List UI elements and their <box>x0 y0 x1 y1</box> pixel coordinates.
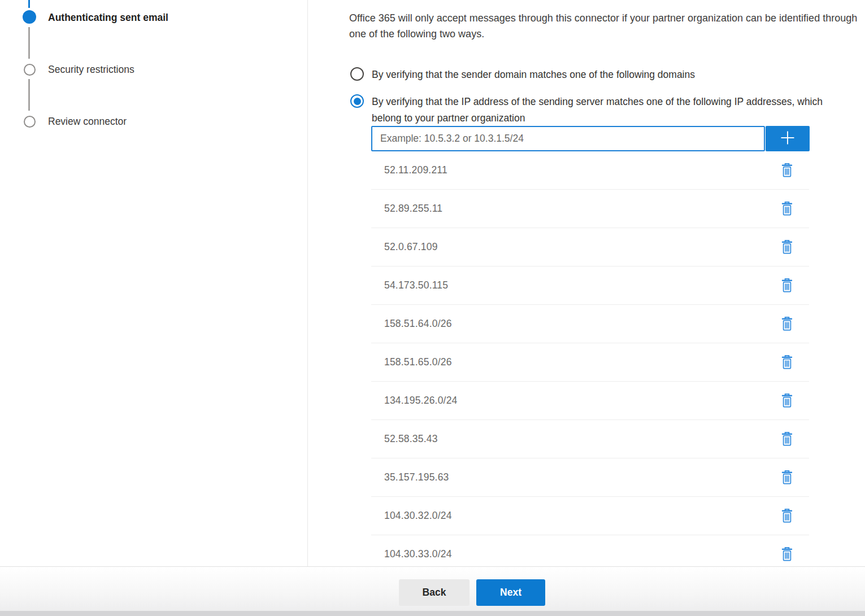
ip-list-item: 54.173.50.115 <box>371 267 809 305</box>
delete-ip-button[interactable] <box>780 469 794 486</box>
ip-address-text: 52.89.255.11 <box>384 203 442 215</box>
trash-icon <box>781 363 793 372</box>
ip-list-item: 134.195.26.0/24 <box>371 382 809 420</box>
trash-icon <box>781 325 793 333</box>
radio-selected-icon[interactable] <box>350 94 364 108</box>
step-current-dot-icon <box>23 10 36 24</box>
ip-address-text: 54.173.50.115 <box>384 279 448 291</box>
trash-icon <box>781 555 793 563</box>
ip-list-item: 104.30.32.0/24 <box>371 497 809 535</box>
add-ip-button[interactable] <box>766 126 810 151</box>
radio-unselected-icon[interactable] <box>350 67 364 81</box>
delete-ip-button[interactable] <box>780 392 794 409</box>
trash-icon <box>781 401 793 410</box>
ip-list-item: 35.157.195.63 <box>371 458 809 497</box>
ip-list-item: 104.30.33.0/24 <box>371 535 809 566</box>
delete-ip-button[interactable] <box>780 353 794 371</box>
intro-text: Office 365 will only accept messages thr… <box>349 10 865 42</box>
trash-icon <box>781 171 793 180</box>
trash-icon <box>781 517 793 525</box>
delete-ip-button[interactable] <box>780 161 794 179</box>
ip-address-text: 158.51.64.0/26 <box>384 318 452 330</box>
ip-address-text: 35.157.195.63 <box>384 471 449 483</box>
ip-address-text: 52.11.209.211 <box>384 164 447 176</box>
ip-list-item: 52.58.35.43 <box>371 420 809 458</box>
ip-list-item: 52.0.67.109 <box>371 228 809 267</box>
step-upcoming-dot-icon <box>24 116 36 128</box>
stepper-connector-completed <box>28 0 30 8</box>
step-upcoming-dot-icon <box>24 64 36 76</box>
radio-option-sender-domain[interactable]: By verifying that the sender domain matc… <box>350 67 695 83</box>
delete-ip-button[interactable] <box>780 507 794 525</box>
ip-entry-row <box>371 126 810 151</box>
delete-ip-button[interactable] <box>780 238 794 256</box>
trash-icon <box>781 440 793 448</box>
delete-ip-button[interactable] <box>780 277 794 294</box>
next-button[interactable]: Next <box>476 579 545 606</box>
back-button[interactable]: Back <box>399 579 470 606</box>
ip-address-list: 52.11.209.211 52.89.255.11 <box>371 151 809 566</box>
ip-address-text: 52.58.35.43 <box>384 433 438 445</box>
delete-ip-button[interactable] <box>780 545 794 563</box>
delete-ip-button[interactable] <box>780 200 794 217</box>
main-content: Office 365 will only accept messages thr… <box>308 0 865 566</box>
ip-list-item: 158.51.64.0/26 <box>371 305 809 343</box>
wizard-stepper: Authenticating sent email Security restr… <box>0 0 308 566</box>
ip-address-input[interactable] <box>371 126 765 151</box>
trash-icon <box>781 248 793 256</box>
plus-icon <box>779 129 796 148</box>
ip-address-text: 158.51.65.0/26 <box>384 356 452 368</box>
delete-ip-button[interactable] <box>780 430 794 448</box>
ip-address-text: 104.30.33.0/24 <box>384 548 452 560</box>
stepper-connector <box>28 27 30 59</box>
ip-list-item: 52.11.209.211 <box>371 151 809 190</box>
bottom-strip <box>0 611 865 616</box>
trash-icon <box>781 209 793 218</box>
ip-list-item: 52.89.255.11 <box>371 190 809 228</box>
ip-address-text: 52.0.67.109 <box>384 241 438 253</box>
radio-option-label: By verifying that the IP address of the … <box>372 94 834 126</box>
step-review-connector[interactable]: Review connector <box>48 115 127 128</box>
ip-list-item: 158.51.65.0/26 <box>371 343 809 382</box>
step-security-restrictions[interactable]: Security restrictions <box>48 63 134 76</box>
ip-address-text: 134.195.26.0/24 <box>384 395 458 407</box>
delete-ip-button[interactable] <box>780 315 794 333</box>
radio-option-label: By verifying that the sender domain matc… <box>372 67 695 83</box>
stepper-connector <box>28 79 30 111</box>
step-authenticating-sent-email[interactable]: Authenticating sent email <box>48 11 168 24</box>
trash-icon <box>781 286 793 295</box>
trash-icon <box>781 478 793 487</box>
wizard-footer: Back Next <box>0 566 865 616</box>
radio-option-ip-address[interactable]: By verifying that the IP address of the … <box>350 94 834 126</box>
ip-address-text: 104.30.32.0/24 <box>384 510 452 522</box>
